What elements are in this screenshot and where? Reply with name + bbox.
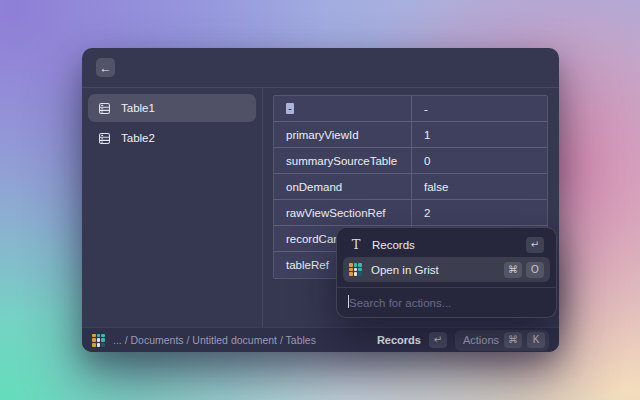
table-value-cell[interactable]: false <box>412 174 547 199</box>
breadcrumb[interactable]: ... / Documents / Untitled document / Ta… <box>113 334 316 346</box>
window-header: ← <box>82 48 559 88</box>
table-key-cell[interactable]: rawViewSectionRef <box>274 200 412 225</box>
return-key-badge: ↵ <box>526 237 544 253</box>
o-key-badge: O <box>526 262 544 278</box>
k-key-badge: K <box>527 332 545 348</box>
text-tool-icon: T <box>349 237 363 252</box>
table-key-cell[interactable]: onDemand <box>274 174 412 199</box>
sidebar-item-label: Table1 <box>121 102 155 114</box>
sidebar: Table1 Table2 <box>82 88 263 327</box>
return-key-badge: ↵ <box>429 332 447 348</box>
command-palette: T Records ↵ Open in Grist ⌘ O <box>336 227 557 318</box>
command-key-badge: ⌘ <box>504 262 522 278</box>
actions-button[interactable]: Actions ⌘ K <box>455 330 549 351</box>
grist-logo-icon <box>349 263 362 276</box>
table-value-cell[interactable]: - <box>412 96 547 121</box>
palette-item-label: Open in Grist <box>371 264 495 276</box>
table-value-cell[interactable]: 0 <box>412 148 547 173</box>
back-button[interactable]: ← <box>96 58 115 77</box>
records-label: Records <box>377 334 421 346</box>
sidebar-item-table2[interactable]: Table2 <box>88 124 256 152</box>
table-key-cell[interactable]: - <box>274 96 412 121</box>
search-input[interactable] <box>337 288 556 317</box>
table-row[interactable]: - - <box>274 96 547 122</box>
sidebar-item-table1[interactable]: Table1 <box>88 94 256 122</box>
palette-search <box>337 288 556 317</box>
actions-label: Actions <box>463 334 499 346</box>
selected-text: - <box>286 103 294 114</box>
table-key-cell[interactable]: summarySourceTable <box>274 148 412 173</box>
table-key-cell[interactable]: primaryViewId <box>274 122 412 147</box>
table-value-cell[interactable]: 2 <box>412 200 547 225</box>
palette-item-open-in-grist[interactable]: Open in Grist ⌘ O <box>343 257 550 282</box>
status-bar: ... / Documents / Untitled document / Ta… <box>82 327 559 352</box>
text-cursor <box>348 295 349 308</box>
sidebar-item-label: Table2 <box>121 132 155 144</box>
table-value-cell[interactable]: 1 <box>412 122 547 147</box>
table-row[interactable]: summarySourceTable 0 <box>274 148 547 174</box>
table-row[interactable]: onDemand false <box>274 174 547 200</box>
command-palette-items: T Records ↵ Open in Grist ⌘ O <box>337 228 556 287</box>
command-key-badge: ⌘ <box>504 332 522 348</box>
table-icon <box>97 131 112 146</box>
back-arrow-icon: ← <box>100 62 112 74</box>
table-icon <box>97 101 112 116</box>
table-row[interactable]: rawViewSectionRef 2 <box>274 200 547 226</box>
grist-logo-icon <box>92 334 105 347</box>
palette-item-records[interactable]: T Records ↵ <box>343 232 550 257</box>
palette-item-label: Records <box>372 239 517 251</box>
table-row[interactable]: primaryViewId 1 <box>274 122 547 148</box>
